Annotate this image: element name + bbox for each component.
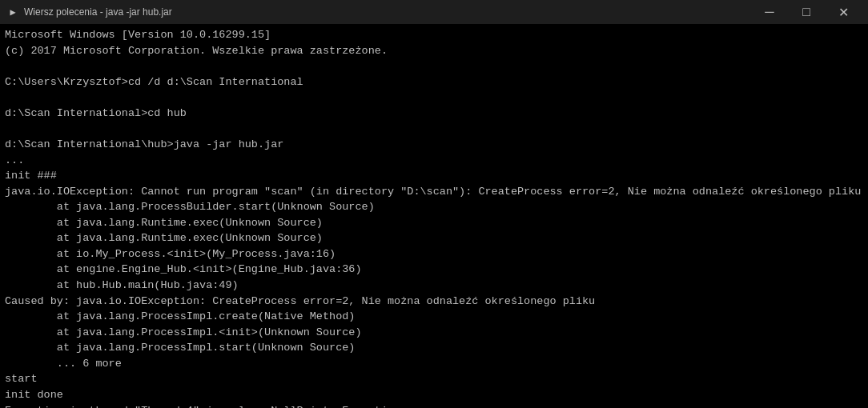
cmd-icon: ▶	[6, 6, 19, 18]
title-bar-left: ▶ Wiersz polecenia - java -jar hub.jar	[6, 6, 172, 18]
close-button[interactable]: ✕	[825, 0, 862, 24]
console-output: Microsoft Windows [Version 10.0.16299.15…	[0, 24, 868, 408]
window-controls: ─ □ ✕	[751, 0, 862, 24]
minimize-button[interactable]: ─	[751, 0, 788, 24]
title-bar: ▶ Wiersz polecenia - java -jar hub.jar ─…	[0, 0, 868, 24]
maximize-button[interactable]: □	[788, 0, 825, 24]
cmd-window: ▶ Wiersz polecenia - java -jar hub.jar ─…	[0, 0, 868, 408]
window-title: Wiersz polecenia - java -jar hub.jar	[24, 6, 172, 18]
